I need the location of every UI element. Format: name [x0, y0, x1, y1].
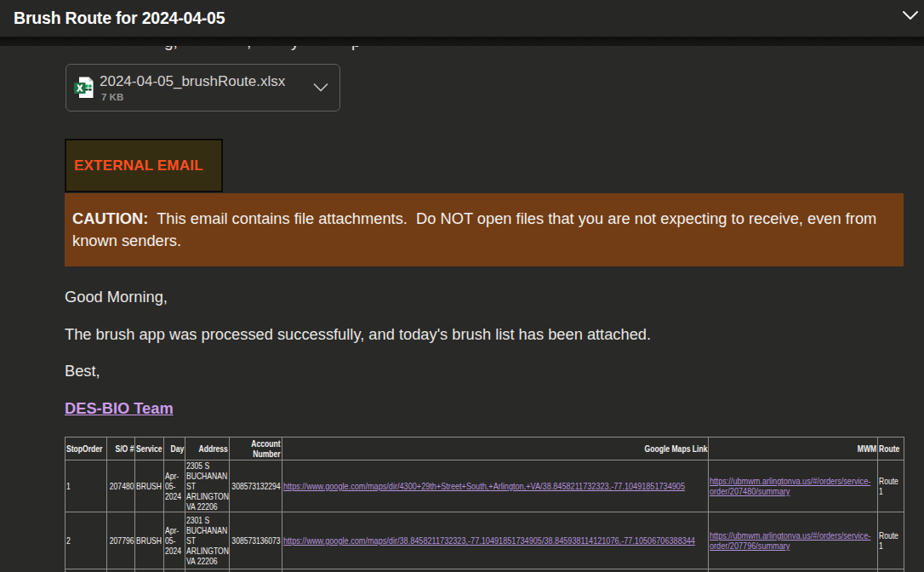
route-table: StopOrder S/O # Service Day Address Acco… [65, 437, 904, 572]
col-header-mwm: MWM [710, 443, 876, 454]
greeting-text: Good Morning, [65, 288, 904, 306]
mwm-order-link[interactable]: https://ubmwm.arlingtonva.us/#/orders/se… [710, 530, 870, 551]
cell-route: Route 1 [879, 476, 903, 496]
table-row: 2 207796 BRUSH Apr-05-2024 2301 S BUCHAN… [66, 512, 904, 569]
message-subject: Brush Route for 2024-04-05 [14, 9, 225, 28]
caution-label: CAUTION: [72, 209, 148, 227]
cell-address: 2301 S BUCHANAN ST ARLINGTON VA 22206 [186, 515, 228, 566]
cell-service: BRUSH [136, 535, 163, 546]
collapse-message-button[interactable] [900, 5, 921, 26]
table-row: 1 207480 BRUSH Apr-05-2024 2305 S BUCHAN… [66, 460, 904, 512]
message-header-bar: Brush Route for 2024-04-05 [0, 0, 924, 37]
cell-route: Route 1 [879, 530, 903, 551]
team-signature-link[interactable]: DES-BIO Team [65, 399, 174, 417]
caution-text: This email contains file attachments. Do… [72, 209, 881, 249]
col-header-so-number: S/O # [108, 443, 134, 454]
scroll-divider [0, 37, 924, 46]
table-header-row: StopOrder S/O # Service Day Address Acco… [66, 438, 904, 460]
col-header-day: Day [165, 443, 184, 454]
cell-stop-order: 2 [66, 535, 106, 546]
col-header-service: Service [136, 443, 163, 454]
mwm-order-link[interactable]: https://ubmwm.arlingtonva.us/#/orders/se… [710, 476, 870, 496]
col-header-address: Address [186, 443, 228, 454]
google-maps-link[interactable]: https://www.google.com/maps/dir/38.84582… [283, 535, 695, 546]
caution-banner: CAUTION: This email contains file attach… [65, 193, 904, 266]
external-email-label: EXTERNAL EMAIL [74, 157, 203, 174]
attachment-filesize: 7 KB [101, 92, 312, 102]
signoff-text: Best, [65, 362, 904, 380]
attachment-card[interactable]: 2024-04-05_brushRoute.xlsx 7 KB [66, 64, 340, 112]
attachment-filename: 2024-04-05_brushRoute.xlsx [100, 73, 312, 90]
message-text: The brush app was processed successfully… [65, 325, 904, 344]
col-header-route: Route [879, 443, 903, 454]
external-email-badge: EXTERNAL EMAIL [65, 139, 223, 192]
cell-so-number: 207796 [108, 535, 134, 546]
chevron-down-icon [312, 79, 329, 96]
cell-day: Apr-05-2024 [165, 471, 184, 501]
table-row-partial [66, 569, 904, 572]
cell-address: 2305 S BUCHANAN ST ARLINGTON VA 22206 [186, 460, 228, 512]
excel-file-icon [74, 77, 94, 99]
attachment-options-button[interactable] [312, 79, 329, 96]
cell-account-number: 308573132294 [231, 481, 281, 491]
col-header-stoporder: StopOrder [66, 443, 106, 454]
cell-stop-order: 1 [66, 481, 106, 491]
cell-service: BRUSH [136, 481, 163, 491]
cell-day: Apr-05-2024 [165, 525, 184, 556]
chevron-down-icon [901, 6, 920, 25]
col-header-google-maps-link: Google Maps Link [283, 443, 707, 454]
google-maps-link[interactable]: https://www.google.com/maps/dir/4300+29t… [283, 481, 685, 491]
cell-account-number: 308573136073 [231, 535, 281, 546]
col-header-account-number: Account Number [231, 438, 281, 459]
cell-so-number: 207480 [108, 481, 134, 491]
